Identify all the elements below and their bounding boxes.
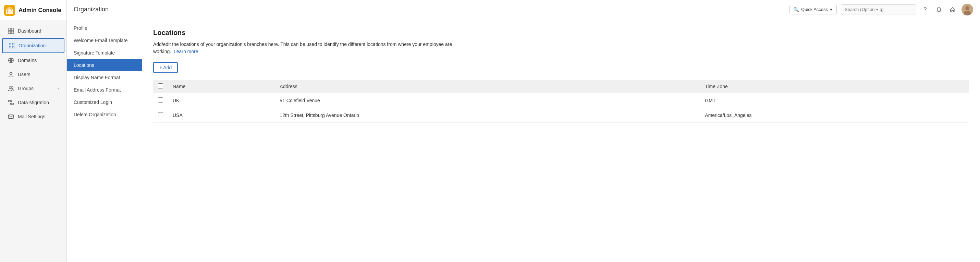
svg-point-13 [10,72,12,75]
organization-icon [8,42,15,49]
nav-item-email-address-format[interactable]: Email Address Format [67,84,142,96]
svg-rect-10 [9,46,11,48]
groups-icon [8,85,14,92]
locations-description: Add/edit the locations of your organizat… [153,41,461,55]
location-timezone: GMT [700,93,969,108]
row-checkbox-cell [153,108,168,123]
locations-heading: Locations [153,29,969,37]
chevron-right-icon: › [57,86,59,91]
svg-rect-19 [951,10,953,12]
row-checkbox[interactable] [158,112,163,117]
top-header: Organization 🔍 Quick Access ▼ ? [67,0,980,19]
chevron-down-icon: ▼ [829,8,833,12]
sidebar-navigation: Dashboard Organization [0,21,67,126]
nav-item-signature-template[interactable]: Signature Template [67,46,142,59]
sidebar-item-label: Users [18,72,30,77]
mail-icon [8,113,14,120]
notifications-icon[interactable] [934,5,944,14]
sidebar-item-label: Data Migration [18,100,49,105]
table-header-row: Name Address Time Zone [153,80,969,93]
sidebar-item-label: Domains [18,58,37,63]
secondary-navigation: Profile Welcome Email Template Signature… [67,19,142,262]
sidebar-item-domains[interactable]: Domains [2,53,64,67]
sidebar-item-label: Dashboard [18,28,41,34]
svg-rect-18 [9,115,13,119]
locations-table-body: UK #1 Colefield Venue GMT USA 12th Stree… [153,93,969,123]
page-title: Organization [74,6,789,13]
nav-item-profile[interactable]: Profile [67,22,142,34]
add-location-button[interactable]: + Add [153,62,178,73]
sidebar-item-users[interactable]: Users [2,67,64,81]
table-row: USA 12th Street, Pittsburg Avenue Ontari… [153,108,969,123]
learn-more-link[interactable]: Learn more [174,49,199,54]
timezone-column-header: Time Zone [700,80,969,93]
users-icon [8,71,14,78]
nav-item-display-name-format[interactable]: Display Name Format [67,71,142,84]
svg-point-15 [11,87,13,88]
dashboard-icon [8,27,14,34]
table-row: UK #1 Colefield Venue GMT [153,93,969,108]
svg-rect-7 [11,31,14,34]
migration-icon [8,99,14,106]
sidebar-item-label: Mail Settings [18,114,45,119]
address-column-header: Address [275,80,700,93]
location-timezone: America/Los_Angeles [700,108,969,123]
row-checkbox-cell [153,93,168,108]
nav-item-customized-login[interactable]: Customized Login [67,96,142,109]
svg-rect-5 [11,28,14,30]
svg-rect-6 [8,31,11,34]
svg-rect-17 [11,103,13,105]
app-logo-icon [4,5,15,16]
main-panel: Locations Add/edit the locations of your… [142,19,980,262]
content-area: Profile Welcome Email Template Signature… [67,19,980,262]
main-content: Organization 🔍 Quick Access ▼ ? [67,0,980,262]
sidebar-item-data-migration[interactable]: Data Migration [2,96,64,109]
svg-rect-9 [12,43,14,45]
sidebar-item-label: Organization [19,43,46,48]
sidebar-item-organization[interactable]: Organization [2,38,64,53]
help-icon[interactable]: ? [920,5,930,14]
search-icon: 🔍 [793,7,799,12]
sidebar-item-label: Groups [18,86,33,91]
app-title: Admin Console [19,7,61,14]
avatar[interactable] [961,4,973,16]
sidebar: Admin Console Dashboard [0,0,67,262]
svg-point-21 [965,6,969,10]
sidebar-header: Admin Console [0,0,67,21]
home-icon[interactable] [948,5,958,14]
locations-table: Name Address Time Zone UK #1 Colefield V… [153,80,969,123]
nav-item-delete-organization[interactable]: Delete Organization [67,109,142,121]
svg-point-14 [9,87,11,88]
quick-access-button[interactable]: 🔍 Quick Access ▼ [789,5,837,14]
search-input[interactable] [841,5,916,14]
sidebar-item-groups[interactable]: Groups › [2,81,64,95]
location-name: UK [168,93,275,108]
location-address: 12th Street, Pittsburg Avenue Ontario [275,108,700,123]
row-checkbox[interactable] [158,97,163,102]
location-address: #1 Colefield Venue [275,93,700,108]
select-all-checkbox[interactable] [158,83,163,88]
nav-item-locations[interactable]: Locations [67,59,142,71]
svg-rect-8 [9,43,11,45]
domains-icon [8,57,14,64]
header-controls: 🔍 Quick Access ▼ ? [789,4,973,16]
name-column-header: Name [168,80,275,93]
checkbox-header [153,80,168,93]
sidebar-item-dashboard[interactable]: Dashboard [2,24,64,38]
svg-rect-16 [9,101,11,102]
nav-item-welcome-email-template[interactable]: Welcome Email Template [67,34,142,46]
svg-rect-11 [12,46,14,48]
location-name: USA [168,108,275,123]
svg-rect-4 [8,28,11,30]
sidebar-item-mail-settings[interactable]: Mail Settings [2,110,64,123]
